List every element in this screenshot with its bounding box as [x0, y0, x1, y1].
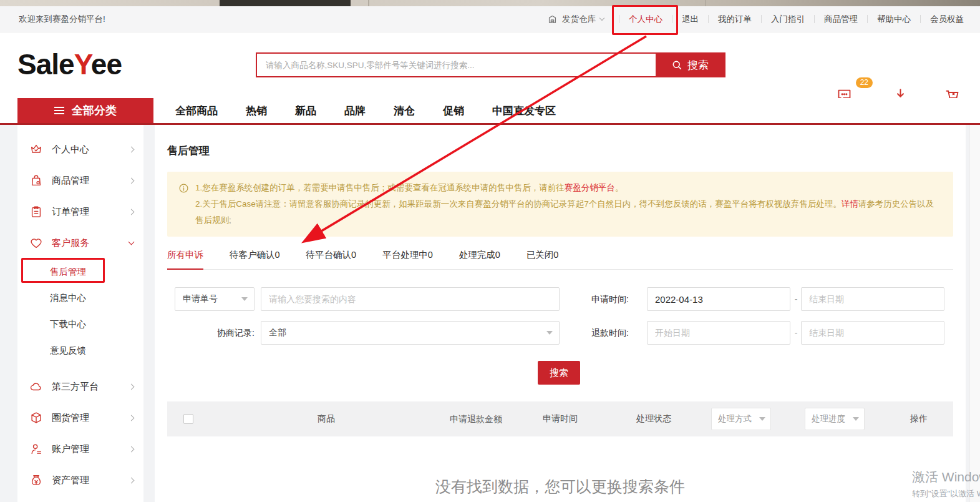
table-header: 商品 申请退款金额 申请时间 处理状态 处理方式 处理进度 操作 [167, 401, 953, 436]
method-filter-value: 处理方式 [718, 413, 752, 425]
filter-search-button[interactable]: 搜索 [538, 361, 580, 385]
welcome-text: 欢迎来到赛盈分销平台! [19, 14, 105, 25]
sidebar-item-asset-management[interactable]: 资产管理 [17, 465, 143, 496]
topbar-link-my-orders[interactable]: 我的订单 [709, 14, 761, 25]
apply-time-label: 申请时间: [591, 287, 629, 311]
nav-item-new[interactable]: 新品 [295, 104, 316, 118]
nav-item-brands[interactable]: 品牌 [344, 104, 366, 118]
sidebar-item-label: 资产管理 [52, 475, 129, 486]
header: SaleYee 搜索 空调 地板垫 凉棚 冰箱 电脑桌 编藤 花架种植棚 拉杆箱… [0, 32, 980, 98]
apply-time-end-input[interactable] [801, 287, 944, 311]
sidebar-item-third-party-platform[interactable]: 第三方平台 [17, 371, 143, 402]
caret-down-icon [853, 417, 859, 421]
notice-text: 1.您在赛盈系统创建的订单，若需要申请售中售后；或需要查看在冠通系统申请的售中售… [195, 180, 942, 229]
tab-platform-processing[interactable]: 平台处理中0 [382, 249, 433, 269]
empty-state-text: 没有找到数据，您可以更换搜索条件 [155, 476, 966, 497]
tab-closed[interactable]: 已关闭0 [526, 249, 559, 269]
column-progress-cell: 处理进度 [785, 408, 885, 430]
sidebar-subitem-message-center[interactable]: 消息中心 [17, 285, 143, 311]
sidebar-item-product-management[interactable]: 商品管理 [17, 165, 143, 196]
page-body: 个人中心 商品管理 订单管理 客户服务 [0, 125, 980, 502]
sidebar-item-account-management[interactable]: 账户管理 [17, 433, 143, 465]
chevron-right-icon [129, 209, 135, 215]
search-button[interactable]: 搜索 [656, 54, 724, 76]
nav-item-all-products[interactable]: 全部商品 [175, 104, 218, 118]
apply-time-start-input[interactable] [647, 287, 790, 311]
refund-time-end-input[interactable] [801, 321, 944, 345]
info-icon [178, 183, 189, 229]
warehouse-menu[interactable]: 发货仓库 [547, 14, 604, 25]
page-title: 售后管理 [167, 144, 966, 158]
tab-pending-customer-confirm[interactable]: 待客户确认0 [230, 249, 280, 269]
nav-item-clearance[interactable]: 清仓 [394, 104, 415, 118]
nav-item-hot[interactable]: 热销 [246, 104, 267, 118]
package-icon [29, 410, 44, 425]
warehouse-icon [547, 14, 558, 24]
all-categories-button[interactable]: 全部分类 [17, 98, 153, 123]
refund-time-label: 退款时间: [591, 321, 629, 345]
saleyee-logo[interactable]: SaleYee [17, 47, 122, 81]
sidebar-item-label: 订单管理 [52, 206, 129, 218]
sidebar-subitem-after-sales[interactable]: 售后管理 [17, 258, 143, 285]
logo-text: ee [91, 48, 122, 81]
sidebar-item-personal-center[interactable]: 个人中心 [17, 134, 143, 165]
logo-text: Sale [17, 48, 74, 81]
search-button-label: 搜索 [687, 58, 709, 72]
sidebar-item-label: 圈货管理 [52, 412, 129, 424]
select-all-checkbox[interactable] [183, 414, 193, 424]
chevron-down-icon [129, 239, 135, 245]
sidebar-item-goods-pool-management[interactable]: 圈货管理 [17, 402, 143, 433]
chevron-right-icon [129, 146, 135, 152]
sidebar-subitem-feedback[interactable]: 意见反馈 [17, 337, 143, 363]
nav-item-promotion[interactable]: 促销 [443, 104, 464, 118]
column-product: 商品 [211, 413, 442, 425]
sidebar: 个人中心 商品管理 订单管理 客户服务 [17, 125, 143, 502]
chevron-right-icon [129, 477, 135, 483]
table-header-checkbox-cell [167, 414, 211, 424]
topbar-link-product-management[interactable]: 商品管理 [815, 14, 867, 25]
order-field-select[interactable]: 申请单号 [175, 287, 255, 311]
chevron-right-icon [129, 415, 135, 421]
sidebar-item-label: 商品管理 [52, 175, 129, 187]
column-status: 处理状态 [610, 413, 697, 425]
keyword-input[interactable] [261, 287, 560, 311]
wallpaper-tile-line [705, 0, 706, 6]
message-count-badge: 22 [856, 77, 873, 88]
order-field-select-value: 申请单号 [183, 293, 218, 305]
nav-items: 全部商品 热销 新品 品牌 清仓 促销 中国直发专区 [175, 98, 556, 123]
chevron-right-icon [129, 446, 135, 452]
topbar-link-logout[interactable]: 退出 [672, 14, 708, 25]
sidebar-item-customer-service[interactable]: 客户服务 [17, 227, 143, 258]
tab-pending-platform-confirm[interactable]: 待平台确认0 [306, 249, 357, 269]
topbar-link-help-center[interactable]: 帮助中心 [868, 14, 920, 25]
sidebar-item-label: 账户管理 [52, 443, 129, 455]
notice-banner: 1.您在赛盈系统创建的订单，若需要申请售中售后；或需要查看在冠通系统申请的售中售… [167, 172, 953, 237]
topbar-link-personal-center[interactable]: 个人中心 [619, 14, 672, 25]
chevron-right-icon [129, 383, 135, 390]
topbar-link-getting-started[interactable]: 入门指引 [762, 14, 814, 25]
status-tabs: 所有申诉 待客户确认0 待平台确认0 平台处理中0 处理完成0 已关闭0 [167, 249, 953, 270]
sidebar-item-order-management[interactable]: 订单管理 [17, 196, 143, 227]
refund-time-start-input[interactable] [647, 321, 790, 345]
date-range-separator: - [793, 287, 799, 311]
heart-icon [29, 235, 44, 250]
negotiation-select[interactable]: 全部 [261, 321, 560, 345]
scrollbar-track[interactable] [969, 125, 980, 502]
chevron-right-icon [129, 177, 135, 184]
logo-text-accent: Y [74, 48, 91, 81]
progress-filter-select[interactable]: 处理进度 [805, 408, 865, 430]
negotiation-label: 协商记录: [208, 321, 255, 345]
details-link[interactable]: 详情 [842, 199, 858, 209]
saleyee-platform-link[interactable]: 赛盈分销平台 [565, 183, 615, 192]
topbar-link-member-benefits[interactable]: 会员权益 [921, 14, 964, 25]
sidebar-subitem-download-center[interactable]: 下载中心 [17, 311, 143, 337]
nav-item-china-direct[interactable]: 中国直发专区 [492, 104, 556, 118]
method-filter-select[interactable]: 处理方式 [711, 408, 771, 430]
notice-text-segment: 。 [615, 183, 624, 192]
column-apply-time: 申请时间 [510, 413, 610, 425]
tab-all-appeals[interactable]: 所有申诉 [167, 249, 203, 270]
date-range-separator: - [793, 321, 799, 345]
search-icon [671, 59, 682, 71]
search-input[interactable] [257, 54, 656, 76]
tab-completed[interactable]: 处理完成0 [459, 249, 500, 269]
